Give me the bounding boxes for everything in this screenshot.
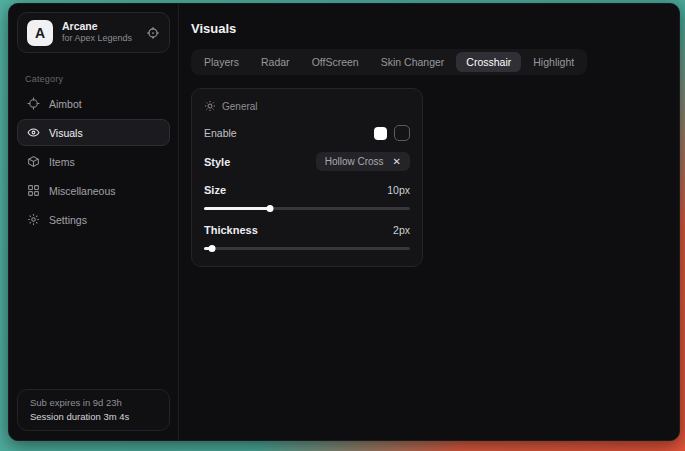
session-duration-text: Session duration 3m 4s bbox=[30, 411, 157, 422]
enable-checkbox[interactable] bbox=[394, 125, 410, 141]
panel-header: General bbox=[204, 100, 410, 112]
package-icon bbox=[27, 155, 40, 168]
sidebar-item-miscellaneous[interactable]: Miscellaneous bbox=[17, 177, 170, 204]
size-slider-thumb[interactable] bbox=[266, 205, 273, 212]
sidebar-item-label: Settings bbox=[49, 214, 87, 226]
brand-text: Arcane for Apex Legends bbox=[62, 20, 132, 44]
general-panel: General Enable Style Hollow Cross ✕ Size… bbox=[191, 88, 423, 267]
sub-expires-text: Sub expires in 9d 23h bbox=[30, 397, 157, 408]
tab-crosshair[interactable]: Crosshair bbox=[456, 52, 521, 72]
style-row: Style Hollow Cross ✕ bbox=[204, 152, 410, 171]
subscription-info-box: Sub expires in 9d 23h Session duration 3… bbox=[17, 389, 170, 431]
enable-label: Enable bbox=[204, 127, 237, 139]
crosshair-icon bbox=[27, 97, 40, 110]
brand-title: Arcane bbox=[62, 20, 132, 33]
page-title: Visuals bbox=[191, 21, 667, 36]
tab-players[interactable]: Players bbox=[194, 52, 249, 72]
size-slider[interactable] bbox=[204, 205, 410, 212]
grid-icon bbox=[27, 184, 40, 197]
sidebar-item-items[interactable]: Items bbox=[17, 148, 170, 175]
tab-offscreen[interactable]: OffScreen bbox=[302, 52, 369, 72]
sidebar-item-visuals[interactable]: Visuals bbox=[17, 119, 170, 146]
tab-highlight[interactable]: Highlight bbox=[523, 52, 584, 72]
enable-row: Enable bbox=[204, 125, 410, 141]
size-label: Size bbox=[204, 184, 226, 196]
panel-title: General bbox=[222, 101, 258, 112]
app-window: A Arcane for Apex Legends Category bbox=[8, 3, 680, 441]
size-slider-fill bbox=[204, 207, 270, 210]
sidebar-nav: Aimbot Visuals Items bbox=[9, 90, 178, 233]
brand-logo: A bbox=[27, 20, 53, 46]
sidebar-item-label: Aimbot bbox=[49, 98, 82, 110]
category-label: Category bbox=[25, 74, 178, 84]
thickness-label: Thickness bbox=[204, 224, 258, 236]
thickness-row: Thickness 2px bbox=[204, 224, 410, 236]
size-value: 10px bbox=[387, 184, 410, 196]
target-icon[interactable] bbox=[146, 26, 160, 40]
thickness-slider[interactable] bbox=[204, 245, 410, 252]
sidebar-item-settings[interactable]: Settings bbox=[17, 206, 170, 233]
sidebar: A Arcane for Apex Legends Category bbox=[9, 4, 179, 440]
brand-subtitle: for Apex Legends bbox=[62, 33, 132, 44]
visuals-tabbar: Players Radar OffScreen Skin Changer Cro… bbox=[191, 49, 587, 75]
clear-icon[interactable]: ✕ bbox=[393, 157, 401, 167]
eye-icon bbox=[27, 126, 40, 139]
general-settings-icon bbox=[204, 100, 216, 112]
gear-icon bbox=[27, 213, 40, 226]
style-dropdown-value: Hollow Cross bbox=[325, 156, 384, 167]
style-dropdown[interactable]: Hollow Cross ✕ bbox=[316, 152, 410, 171]
tab-radar[interactable]: Radar bbox=[251, 52, 300, 72]
main-content: Visuals Players Radar OffScreen Skin Cha… bbox=[179, 4, 679, 440]
sidebar-item-label: Miscellaneous bbox=[49, 185, 116, 197]
sidebar-item-label: Visuals bbox=[49, 127, 83, 139]
thickness-value: 2px bbox=[393, 224, 410, 236]
sidebar-item-aimbot[interactable]: Aimbot bbox=[17, 90, 170, 117]
color-swatch[interactable] bbox=[374, 127, 387, 140]
enable-controls bbox=[374, 125, 410, 141]
tab-skin-changer[interactable]: Skin Changer bbox=[371, 52, 455, 72]
sidebar-item-label: Items bbox=[49, 156, 75, 168]
thickness-slider-thumb[interactable] bbox=[209, 245, 216, 252]
thickness-slider-track bbox=[204, 247, 410, 250]
style-label: Style bbox=[204, 156, 230, 168]
size-row: Size 10px bbox=[204, 184, 410, 196]
brand-header: A Arcane for Apex Legends bbox=[17, 12, 170, 53]
